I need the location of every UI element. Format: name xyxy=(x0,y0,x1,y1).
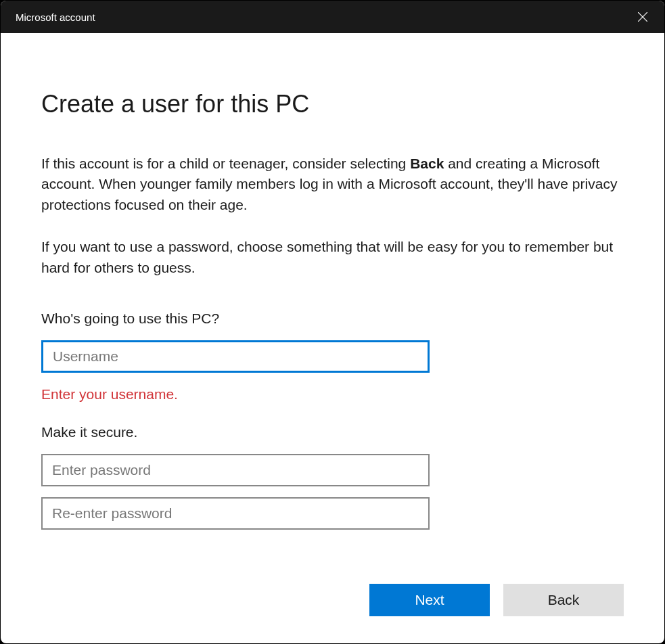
button-row: Next Back xyxy=(41,584,624,616)
password-group xyxy=(41,454,624,530)
page-title: Create a user for this PC xyxy=(41,90,624,118)
username-input[interactable] xyxy=(41,340,430,373)
username-section-label: Who's going to use this PC? xyxy=(41,310,624,327)
password-confirm-input[interactable] xyxy=(41,497,430,530)
password-input[interactable] xyxy=(41,454,430,486)
username-error: Enter your username. xyxy=(41,386,624,402)
dialog-window: Microsoft account Create a user for this… xyxy=(1,1,664,643)
description-part1: If this account is for a child or teenag… xyxy=(41,156,410,171)
description-secondary: If you want to use a password, choose so… xyxy=(41,237,624,278)
back-button[interactable]: Back xyxy=(503,584,624,616)
close-button[interactable] xyxy=(621,1,664,33)
password-section-label: Make it secure. xyxy=(41,424,624,440)
description-primary: If this account is for a child or teenag… xyxy=(41,154,624,215)
next-button[interactable]: Next xyxy=(369,584,490,616)
window-title: Microsoft account xyxy=(16,12,95,23)
titlebar: Microsoft account xyxy=(1,1,664,33)
close-icon xyxy=(638,12,647,22)
description-bold: Back xyxy=(410,156,444,171)
dialog-content: Create a user for this PC If this accoun… xyxy=(1,33,664,643)
